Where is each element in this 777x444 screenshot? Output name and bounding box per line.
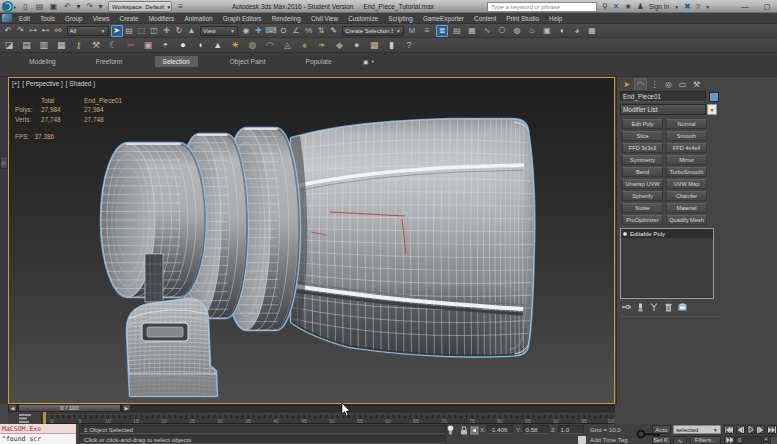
time-forward-arrow[interactable]: ▶ (122, 404, 131, 412)
columns-icon[interactable]: ▮ (385, 39, 399, 51)
align-icon[interactable]: ≡ (421, 25, 433, 37)
sphere-white-icon[interactable]: ● (176, 39, 190, 51)
add-time-tag[interactable]: Add Time Tag (590, 436, 628, 443)
utilities-tab-icon[interactable]: ⚒ (690, 78, 703, 90)
select-move-icon[interactable]: ✛ (161, 25, 173, 37)
next-frame-button[interactable] (756, 425, 765, 434)
window-crossing-icon[interactable]: ◫ (148, 25, 160, 37)
set-key-button[interactable]: Set K. (652, 436, 671, 444)
current-frame-field[interactable]: 0 (735, 436, 762, 444)
perspective-viewport[interactable]: [+] [ Perspective ] [ Shaded ] TotalEnd_… (8, 77, 615, 404)
modifier-button-noise[interactable]: Noise (622, 203, 663, 213)
modifier-button-ffd-3x3x3[interactable]: FFD 3x3x3 (622, 143, 663, 153)
modifier-button-edit-poly[interactable]: Edit Poly (622, 119, 663, 129)
mirror-icon[interactable]: M (406, 25, 418, 37)
menu-scripting[interactable]: Scripting (383, 15, 418, 22)
modifier-button-turbosmooth[interactable]: TurboSmooth (666, 167, 707, 177)
time-slider[interactable]: ◀ 0 / 100 ▶ (8, 404, 615, 412)
auto-key-button[interactable]: Auto (652, 425, 671, 434)
layer-explorer-icon[interactable]: ≣ (436, 25, 448, 37)
maximize-button[interactable]: ▢ (760, 2, 774, 11)
dome-icon[interactable]: ◓ (159, 39, 173, 51)
render-grid-icon[interactable]: ▦ (586, 25, 598, 37)
select-object-icon[interactable]: ➤ (111, 25, 123, 37)
modifier-onoff-icon[interactable] (622, 231, 628, 237)
menu-customize[interactable]: Customize (343, 15, 383, 22)
redo-dropdown-icon[interactable]: ▾ (98, 2, 103, 12)
unlink-icon[interactable]: ⊷ (40, 25, 52, 37)
mountain-icon[interactable]: ◬ (280, 39, 294, 51)
time-slider-handle[interactable]: 0 / 100 (18, 404, 121, 412)
select-by-name-icon[interactable]: ▤ (123, 25, 135, 37)
globe-icon[interactable]: ◍ (245, 39, 259, 51)
hierarchy-tab-icon[interactable]: ⋮ (648, 78, 661, 90)
modifier-button-smooth[interactable]: Smooth (666, 131, 707, 141)
scene-icon[interactable]: ◪ (2, 39, 16, 51)
time-back-arrow[interactable]: ◀ (8, 404, 17, 412)
coord-z-field[interactable]: 1.0 (558, 425, 584, 434)
object-name-field[interactable]: End_Piece01 (620, 91, 706, 102)
configure-modifier-sets-icon[interactable] (677, 302, 687, 312)
key-mode-toggle[interactable] (724, 436, 735, 444)
pin-stack-icon[interactable] (621, 302, 631, 312)
menu-group[interactable]: Group (60, 15, 88, 22)
undo-icon[interactable]: ↶ (2, 25, 14, 37)
help-icon[interactable]: ? (402, 39, 416, 51)
menu-content[interactable]: Content (469, 15, 501, 22)
leaf-icon[interactable]: ❧ (315, 39, 329, 51)
modifier-button-mirror[interactable]: Mirror (666, 155, 707, 165)
play-button[interactable] (747, 425, 755, 434)
show-end-result-icon[interactable] (635, 302, 645, 312)
track-bar-ruler[interactable]: 0510152025303540455055606570758085909510… (44, 412, 615, 424)
maxscript-macro-line[interactable]: MaCSOM.Exe (0, 424, 76, 434)
curve-editor-icon[interactable]: ∿ (481, 25, 493, 37)
ribbon-minimize-button[interactable]: ▣ ▼ (363, 57, 379, 66)
motion-tab-icon[interactable]: ◎ (662, 78, 675, 90)
menu-animation[interactable]: Animation (179, 15, 217, 22)
display-tab-icon[interactable]: ▭ (676, 78, 689, 90)
ribbon-tab-modeling[interactable]: Modeling (21, 56, 64, 67)
create-tab-icon[interactable]: ➤ (620, 78, 633, 90)
go-to-end-button[interactable] (767, 425, 777, 434)
selection-set-dropdown[interactable]: selected▼ (673, 425, 721, 434)
ribbon-tab-populate[interactable]: Populate (298, 56, 340, 67)
render-iterative-icon[interactable]: ◕ (571, 25, 583, 37)
modifier-button-ffd-4x4x4[interactable]: FFD 4x4x4 (666, 143, 707, 153)
menu-tools[interactable]: Tools (35, 15, 60, 22)
menu-rendering[interactable]: Rendering (267, 15, 306, 22)
mini-curve-editor-button[interactable] (8, 412, 42, 424)
select-manipulate-icon[interactable]: ✚ (253, 25, 265, 37)
modifier-button-normal[interactable]: Normal (666, 119, 707, 129)
help-dropdown-icon[interactable]: ▼ (705, 4, 710, 10)
ribbon-toggle-icon[interactable]: ▦ (466, 25, 478, 37)
undo-icon[interactable]: ↶ (62, 2, 73, 12)
select-rotate-icon[interactable]: ↻ (173, 25, 185, 37)
snap-spinner-icon[interactable]: ⇅ (315, 25, 327, 37)
snap-percent-icon[interactable]: % (303, 25, 315, 37)
ribbon-tab-freeform[interactable]: Freeform (88, 56, 131, 67)
undo-dropdown-icon[interactable]: ▾ (76, 2, 81, 12)
menu-edit[interactable]: Edit (14, 15, 35, 22)
search-go-icon[interactable]: ⚲ (602, 2, 608, 11)
image-icon[interactable]: ▣ (141, 39, 155, 51)
ball-gray-icon[interactable]: ● (350, 39, 364, 51)
time-configuration-button[interactable] (770, 436, 777, 444)
modifier-button-material[interactable]: Material (666, 203, 707, 213)
object-color-swatch[interactable] (709, 92, 719, 102)
coord-x-field[interactable]: -1.406 (487, 425, 513, 434)
render-setup-icon[interactable]: ♨ (526, 25, 538, 37)
track-bar[interactable]: 0510152025303540455055606570758085909510… (8, 412, 615, 424)
exchange-apps-icon[interactable]: ✖ (684, 2, 691, 11)
redo-icon[interactable]: ↷ (15, 25, 27, 37)
rendered-frame-icon[interactable]: ▣ (541, 25, 553, 37)
edit-named-sets-icon[interactable]: ✎ (328, 25, 340, 37)
modifier-list-dropdown[interactable]: Modifier List (620, 104, 706, 115)
frame-spinner[interactable]: ▲▼ (763, 436, 769, 444)
menu-gameexporter[interactable]: GameExporter (418, 15, 469, 22)
notepad-icon[interactable]: ▤ (19, 39, 33, 51)
user-icon[interactable]: ♟ (637, 2, 644, 11)
building-icon[interactable]: ▦ (367, 39, 381, 51)
viewport-menu-plus[interactable]: [+] (12, 80, 19, 87)
3dsmax-logo-icon[interactable] (1, 0, 16, 13)
viewport-menu-shading[interactable]: [ Shaded ] (66, 80, 95, 87)
